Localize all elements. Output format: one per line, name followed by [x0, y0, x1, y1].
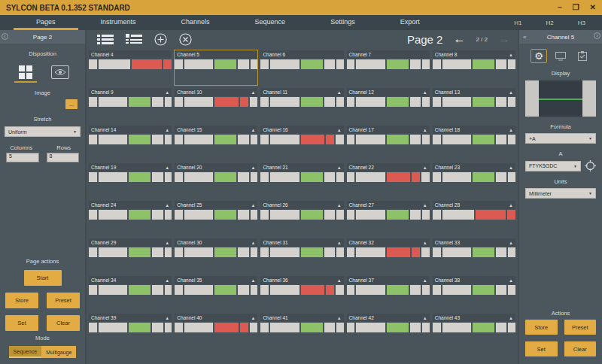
channel-cell[interactable]: Channel 5: [174, 50, 258, 86]
prev-page-button[interactable]: ←: [453, 32, 465, 46]
channel-cell[interactable]: Channel 38▲: [432, 275, 516, 311]
channel-cell[interactable]: Channel 4: [88, 50, 172, 86]
disposition-grid-button[interactable]: [14, 63, 37, 83]
shortcut-h2[interactable]: H2: [534, 15, 566, 30]
channel-cell[interactable]: Channel 33▲: [432, 238, 516, 274]
bar-segment: [412, 247, 420, 257]
units-select[interactable]: Millimeter ▼: [525, 188, 596, 199]
channel-cell[interactable]: Channel 35▲: [174, 275, 258, 311]
channel-cell[interactable]: Channel 32▲: [346, 238, 430, 274]
channel-store-button[interactable]: Store: [525, 320, 558, 335]
mode-multigauge-button[interactable]: Multigauge: [41, 346, 76, 358]
channel-cell[interactable]: Channel 36▲: [260, 275, 344, 311]
channel-cell[interactable]: Channel 41▲: [260, 313, 344, 349]
input-a-value: FTYK5GDC: [529, 163, 557, 168]
menu-item-export[interactable]: Export: [378, 15, 442, 30]
target-icon[interactable]: [585, 160, 596, 171]
image-browse-button[interactable]: ...: [65, 99, 78, 109]
maximize-button[interactable]: ❐: [573, 0, 579, 15]
channel-cell[interactable]: Channel 8▲: [432, 50, 516, 86]
channel-cell[interactable]: Channel 17▲: [346, 125, 430, 161]
channel-cell[interactable]: Channel 25▲: [174, 200, 258, 236]
bar-segment: [184, 172, 213, 182]
bar-segment: [473, 172, 494, 182]
shortcut-h3[interactable]: H3: [566, 15, 597, 30]
channel-preset-button[interactable]: Preset: [564, 320, 597, 335]
set-button[interactable]: Set: [5, 315, 38, 331]
mode-sequence-button[interactable]: Sequence: [9, 346, 42, 358]
right-panel-header[interactable]: « Channel 5 ›: [519, 30, 602, 44]
channel-cell[interactable]: Channel 23▲: [432, 162, 516, 199]
channel-cell[interactable]: Channel 30▲: [174, 238, 258, 274]
menu-item-pages[interactable]: Pages: [14, 15, 78, 30]
warning-icon: ▲: [337, 165, 342, 170]
channel-cell[interactable]: Channel 42▲: [346, 313, 430, 349]
left-panel-header[interactable]: ‹ Page 2: [0, 30, 85, 44]
channel-cell[interactable]: Channel 37▲: [346, 275, 430, 311]
preset-button[interactable]: Preset: [47, 293, 80, 308]
bar-segment: [270, 135, 299, 144]
bar-segment: [433, 210, 441, 220]
channel-cell[interactable]: Channel 31▲: [260, 238, 344, 274]
store-button[interactable]: Store: [5, 293, 38, 308]
channel-cell[interactable]: Channel 7: [346, 50, 430, 86]
channel-clear-button[interactable]: Clear: [564, 341, 597, 356]
channel-cell[interactable]: Channel 34▲: [88, 275, 172, 311]
add-page-button[interactable]: [154, 33, 167, 46]
channel-cell[interactable]: Channel 15▲: [174, 125, 258, 161]
channel-cell[interactable]: Channel 19▲: [88, 162, 172, 199]
channel-cell[interactable]: Channel 26▲: [260, 200, 344, 236]
channel-cell[interactable]: Channel 14▲: [88, 125, 172, 161]
start-button[interactable]: Start: [24, 270, 62, 286]
channel-cell[interactable]: Channel 29▲: [88, 238, 172, 274]
channel-cell[interactable]: Channel 10▲: [174, 87, 258, 123]
disposition-preview-button[interactable]: [49, 63, 71, 83]
formula-select[interactable]: +A ▼: [525, 133, 596, 144]
list-view-button[interactable]: [97, 34, 114, 45]
collapse-left-icon[interactable]: ‹: [2, 33, 8, 40]
bar-segment: [129, 172, 150, 182]
menu-item-channels[interactable]: Channels: [159, 15, 233, 30]
channel-cell[interactable]: Channel 11▲: [260, 87, 344, 123]
input-a-select[interactable]: FTYK5GDC ▼: [525, 161, 581, 171]
menu-item-instruments[interactable]: Instruments: [78, 15, 159, 30]
bar-segment: [250, 97, 258, 107]
collapse-right-icon[interactable]: ›: [594, 32, 600, 39]
channel-cell[interactable]: Channel 13▲: [432, 87, 516, 123]
clear-button[interactable]: Clear: [47, 315, 80, 331]
next-page-button[interactable]: →: [498, 32, 510, 46]
channel-header: Channel 26▲: [260, 201, 343, 209]
channel-cell[interactable]: Channel 9▲: [88, 87, 172, 123]
channel-cell[interactable]: Channel 16▲: [260, 125, 344, 161]
channel-cell[interactable]: Channel 21▲: [260, 162, 344, 199]
detail-view-button[interactable]: [126, 34, 142, 45]
channel-set-button[interactable]: Set: [525, 341, 558, 356]
channel-cell[interactable]: Channel 28▲: [432, 200, 516, 236]
stretch-select[interactable]: Uniform ▼: [5, 126, 81, 137]
shortcut-h1[interactable]: H1: [502, 15, 534, 30]
columns-input[interactable]: 5: [6, 153, 39, 162]
channel-cell[interactable]: Channel 24▲: [88, 200, 172, 236]
channel-cell[interactable]: Channel 20▲: [174, 162, 258, 199]
tab-settings[interactable]: ⚙: [531, 49, 547, 63]
channel-cell[interactable]: Channel 22▲: [346, 162, 430, 199]
channel-label: Channel 5: [177, 52, 199, 57]
remove-page-button[interactable]: [179, 33, 192, 46]
close-button[interactable]: ✕: [590, 0, 596, 15]
channel-cell[interactable]: Channel 12▲: [346, 87, 430, 123]
minimize-button[interactable]: –: [558, 0, 562, 15]
expand-icon[interactable]: «: [523, 34, 526, 41]
channel-cell[interactable]: Channel 18▲: [432, 125, 516, 161]
channel-cell[interactable]: Channel 43▲: [432, 313, 516, 349]
bar-segment: [89, 97, 97, 107]
tab-checklist[interactable]: [574, 49, 591, 63]
channel-cell[interactable]: Channel 39▲: [88, 313, 172, 349]
tab-display[interactable]: [552, 49, 569, 63]
channel-bar: [175, 59, 257, 69]
channel-cell[interactable]: Channel 6: [260, 50, 344, 86]
menu-item-settings[interactable]: Settings: [308, 15, 378, 30]
rows-input[interactable]: 8: [47, 153, 80, 162]
channel-cell[interactable]: Channel 40▲: [174, 313, 258, 349]
menu-item-sequence[interactable]: Sequence: [233, 15, 309, 30]
channel-cell[interactable]: Channel 27▲: [346, 200, 430, 236]
